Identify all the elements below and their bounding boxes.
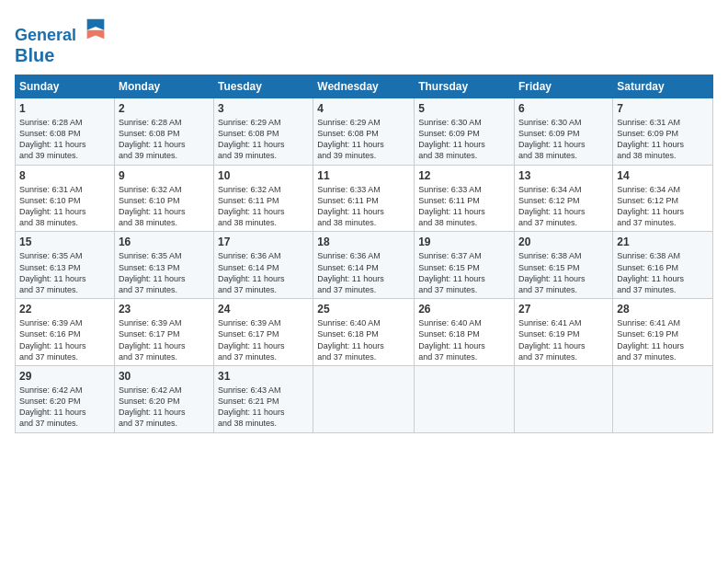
calendar-cell: 9Sunrise: 6:32 AM Sunset: 6:10 PM Daylig… <box>114 165 213 232</box>
day-info: Sunrise: 6:35 AM Sunset: 6:13 PM Dayligh… <box>119 250 210 295</box>
day-info: Sunrise: 6:39 AM Sunset: 6:16 PM Dayligh… <box>19 317 110 362</box>
calendar-header-row: SundayMondayTuesdayWednesdayThursdayFrid… <box>16 75 713 98</box>
day-header-friday: Friday <box>515 75 613 98</box>
day-info: Sunrise: 6:42 AM Sunset: 6:20 PM Dayligh… <box>19 385 110 430</box>
logo: General Blue <box>15 15 108 65</box>
day-number: 8 <box>19 168 110 183</box>
day-number: 12 <box>418 168 510 183</box>
day-number: 2 <box>119 101 210 116</box>
day-info: Sunrise: 6:38 AM Sunset: 6:15 PM Dayligh… <box>518 250 609 295</box>
calendar-cell: 11Sunrise: 6:33 AM Sunset: 6:11 PM Dayli… <box>313 165 415 232</box>
day-info: Sunrise: 6:34 AM Sunset: 6:12 PM Dayligh… <box>617 184 709 229</box>
day-number: 25 <box>317 302 410 316</box>
day-info: Sunrise: 6:39 AM Sunset: 6:17 PM Dayligh… <box>119 317 210 362</box>
day-info: Sunrise: 6:41 AM Sunset: 6:19 PM Dayligh… <box>518 317 609 362</box>
day-info: Sunrise: 6:40 AM Sunset: 6:18 PM Dayligh… <box>418 317 510 362</box>
day-number: 15 <box>19 235 110 249</box>
day-number: 1 <box>19 101 110 116</box>
day-number: 26 <box>418 302 510 316</box>
calendar-cell: 20Sunrise: 6:38 AM Sunset: 6:15 PM Dayli… <box>515 232 613 299</box>
calendar-week-1: 1Sunrise: 6:28 AM Sunset: 6:08 PM Daylig… <box>16 98 713 165</box>
day-info: Sunrise: 6:31 AM Sunset: 6:09 PM Dayligh… <box>617 117 709 162</box>
logo-general: General <box>15 26 76 44</box>
day-info: Sunrise: 6:30 AM Sunset: 6:09 PM Dayligh… <box>518 117 609 162</box>
calendar-cell: 6Sunrise: 6:30 AM Sunset: 6:09 PM Daylig… <box>515 98 613 165</box>
day-number: 3 <box>218 101 309 116</box>
calendar-cell: 5Sunrise: 6:30 AM Sunset: 6:09 PM Daylig… <box>415 98 515 165</box>
calendar-cell: 28Sunrise: 6:41 AM Sunset: 6:19 PM Dayli… <box>613 299 713 366</box>
day-info: Sunrise: 6:40 AM Sunset: 6:18 PM Dayligh… <box>317 317 410 362</box>
header: General Blue <box>15 15 713 65</box>
day-number: 28 <box>617 302 709 316</box>
calendar-cell: 31Sunrise: 6:43 AM Sunset: 6:21 PM Dayli… <box>214 365 313 432</box>
calendar-cell <box>415 365 515 432</box>
calendar-page: General Blue SundayMondayTuesdayWednesda… <box>0 0 728 563</box>
calendar-cell: 22Sunrise: 6:39 AM Sunset: 6:16 PM Dayli… <box>16 299 115 366</box>
day-info: Sunrise: 6:35 AM Sunset: 6:13 PM Dayligh… <box>19 250 110 295</box>
day-info: Sunrise: 6:39 AM Sunset: 6:17 PM Dayligh… <box>218 317 309 362</box>
day-info: Sunrise: 6:33 AM Sunset: 6:11 PM Dayligh… <box>418 184 510 229</box>
day-number: 10 <box>218 168 309 183</box>
calendar-cell: 7Sunrise: 6:31 AM Sunset: 6:09 PM Daylig… <box>613 98 713 165</box>
day-info: Sunrise: 6:36 AM Sunset: 6:14 PM Dayligh… <box>317 250 410 295</box>
calendar-cell: 18Sunrise: 6:36 AM Sunset: 6:14 PM Dayli… <box>313 232 415 299</box>
calendar-cell: 14Sunrise: 6:34 AM Sunset: 6:12 PM Dayli… <box>613 165 713 232</box>
calendar-cell <box>515 365 613 432</box>
logo-flag-icon <box>83 15 108 40</box>
day-info: Sunrise: 6:38 AM Sunset: 6:16 PM Dayligh… <box>617 250 709 295</box>
day-info: Sunrise: 6:31 AM Sunset: 6:10 PM Dayligh… <box>19 184 110 229</box>
calendar-cell: 26Sunrise: 6:40 AM Sunset: 6:18 PM Dayli… <box>415 299 515 366</box>
svg-marker-1 <box>87 30 105 39</box>
calendar-cell: 30Sunrise: 6:42 AM Sunset: 6:20 PM Dayli… <box>114 365 213 432</box>
calendar-cell: 25Sunrise: 6:40 AM Sunset: 6:18 PM Dayli… <box>313 299 415 366</box>
logo-text: General <box>15 15 108 45</box>
day-number: 18 <box>317 235 410 249</box>
day-number: 4 <box>317 101 410 116</box>
day-info: Sunrise: 6:41 AM Sunset: 6:19 PM Dayligh… <box>617 317 709 362</box>
calendar-cell: 13Sunrise: 6:34 AM Sunset: 6:12 PM Dayli… <box>515 165 613 232</box>
calendar-cell: 21Sunrise: 6:38 AM Sunset: 6:16 PM Dayli… <box>613 232 713 299</box>
day-info: Sunrise: 6:32 AM Sunset: 6:11 PM Dayligh… <box>218 184 309 229</box>
calendar-table: SundayMondayTuesdayWednesdayThursdayFrid… <box>15 75 713 433</box>
day-number: 9 <box>119 168 210 183</box>
day-number: 16 <box>119 235 210 249</box>
day-info: Sunrise: 6:42 AM Sunset: 6:20 PM Dayligh… <box>119 385 210 430</box>
day-number: 14 <box>617 168 709 183</box>
day-number: 20 <box>518 235 609 249</box>
calendar-cell: 8Sunrise: 6:31 AM Sunset: 6:10 PM Daylig… <box>16 165 115 232</box>
calendar-cell: 29Sunrise: 6:42 AM Sunset: 6:20 PM Dayli… <box>16 365 115 432</box>
day-info: Sunrise: 6:32 AM Sunset: 6:10 PM Dayligh… <box>119 184 210 229</box>
calendar-cell: 19Sunrise: 6:37 AM Sunset: 6:15 PM Dayli… <box>415 232 515 299</box>
day-number: 22 <box>19 302 110 316</box>
calendar-week-5: 29Sunrise: 6:42 AM Sunset: 6:20 PM Dayli… <box>16 365 713 432</box>
calendar-cell: 2Sunrise: 6:28 AM Sunset: 6:08 PM Daylig… <box>114 98 213 165</box>
day-info: Sunrise: 6:30 AM Sunset: 6:09 PM Dayligh… <box>418 117 510 162</box>
calendar-cell: 12Sunrise: 6:33 AM Sunset: 6:11 PM Dayli… <box>415 165 515 232</box>
day-header-tuesday: Tuesday <box>214 75 313 98</box>
logo-blue: Blue <box>15 45 108 65</box>
day-number: 11 <box>317 168 410 183</box>
calendar-cell: 4Sunrise: 6:29 AM Sunset: 6:08 PM Daylig… <box>313 98 415 165</box>
calendar-cell: 17Sunrise: 6:36 AM Sunset: 6:14 PM Dayli… <box>214 232 313 299</box>
day-info: Sunrise: 6:29 AM Sunset: 6:08 PM Dayligh… <box>317 117 410 162</box>
day-number: 24 <box>218 302 309 316</box>
calendar-week-3: 15Sunrise: 6:35 AM Sunset: 6:13 PM Dayli… <box>16 232 713 299</box>
day-info: Sunrise: 6:37 AM Sunset: 6:15 PM Dayligh… <box>418 250 510 295</box>
day-header-saturday: Saturday <box>613 75 713 98</box>
calendar-cell: 16Sunrise: 6:35 AM Sunset: 6:13 PM Dayli… <box>114 232 213 299</box>
day-header-thursday: Thursday <box>415 75 515 98</box>
day-number: 27 <box>518 302 609 316</box>
calendar-week-4: 22Sunrise: 6:39 AM Sunset: 6:16 PM Dayli… <box>16 299 713 366</box>
calendar-cell: 27Sunrise: 6:41 AM Sunset: 6:19 PM Dayli… <box>515 299 613 366</box>
day-number: 17 <box>218 235 309 249</box>
day-info: Sunrise: 6:28 AM Sunset: 6:08 PM Dayligh… <box>19 117 110 162</box>
day-number: 19 <box>418 235 510 249</box>
calendar-cell: 1Sunrise: 6:28 AM Sunset: 6:08 PM Daylig… <box>16 98 115 165</box>
day-header-sunday: Sunday <box>16 75 115 98</box>
day-header-monday: Monday <box>114 75 213 98</box>
day-info: Sunrise: 6:43 AM Sunset: 6:21 PM Dayligh… <box>218 385 309 430</box>
day-number: 21 <box>617 235 709 249</box>
svg-marker-0 <box>87 19 105 30</box>
day-info: Sunrise: 6:33 AM Sunset: 6:11 PM Dayligh… <box>317 184 410 229</box>
day-number: 31 <box>218 369 309 384</box>
